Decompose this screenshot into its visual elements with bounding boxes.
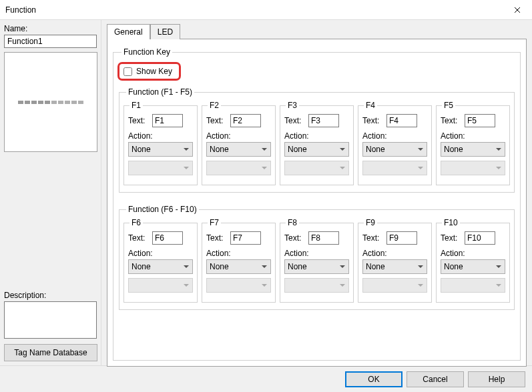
action-sub-combo-wrap (441, 278, 505, 293)
action-label: Action: (362, 249, 427, 258)
action-label: Action: (128, 131, 193, 141)
tabs: General LED (107, 24, 527, 39)
text-label: Text: (128, 116, 150, 125)
action-combo[interactable]: None (441, 259, 505, 274)
fkey-text-input[interactable] (152, 114, 183, 127)
text-label: Text: (441, 116, 462, 125)
fkey-f2: F2Text:Action:None (202, 101, 276, 185)
fkey-text-input[interactable] (230, 231, 261, 245)
action-combo[interactable]: None (284, 142, 349, 157)
fkey-text-input[interactable] (386, 114, 417, 127)
action-sub-combo (362, 278, 427, 293)
fkey-text-input[interactable] (230, 114, 261, 127)
action-label: Action: (284, 249, 349, 258)
fkey-text-input[interactable] (465, 114, 495, 127)
action-combo-wrap: None (206, 142, 271, 157)
action-combo[interactable]: None (128, 259, 193, 274)
text-label: Text: (362, 233, 384, 243)
left-panel: Name: Description: Tag Name Database (0, 20, 101, 365)
fkey-text-input[interactable] (308, 231, 339, 245)
name-input[interactable] (4, 35, 97, 48)
action-combo[interactable]: None (362, 259, 427, 274)
fkey-legend: F9 (364, 218, 377, 227)
action-combo[interactable]: None (284, 259, 349, 274)
fkey-legend: F6 (129, 218, 143, 227)
show-key-checkbox[interactable] (123, 67, 132, 76)
action-sub-combo (362, 161, 427, 175)
fkey-text-input[interactable] (152, 231, 183, 245)
action-label: Action: (441, 249, 505, 258)
function-key-group: Function Key Show Key Function (F1 - F5)… (113, 47, 521, 361)
text-label: Text: (441, 233, 462, 243)
fkey-legend: F4 (364, 101, 377, 110)
fkey-text-input[interactable] (308, 114, 339, 127)
action-sub-combo-wrap (284, 278, 349, 293)
close-button[interactable] (502, 0, 532, 19)
fkey-legend: F2 (208, 101, 221, 110)
action-sub-combo (284, 278, 349, 293)
window-title: Function (5, 5, 36, 15)
action-combo-wrap: None (284, 142, 349, 157)
tab-content-general: Function Key Show Key Function (F1 - F5)… (107, 39, 527, 367)
cancel-button[interactable]: Cancel (407, 371, 464, 387)
action-label: Action: (362, 131, 427, 141)
right-panel: General LED Function Key Show Key Functi… (101, 20, 532, 365)
fkey-legend: F8 (286, 218, 299, 227)
action-combo-wrap: None (362, 142, 427, 157)
fkey-text-input[interactable] (386, 231, 417, 245)
function-key-legend: Function Key (121, 47, 172, 57)
fkey-legend: F3 (286, 101, 299, 110)
show-key-highlight: Show Key (117, 62, 181, 81)
help-button[interactable]: Help (468, 371, 525, 387)
action-sub-combo-wrap (128, 161, 193, 175)
action-label: Action: (206, 249, 271, 258)
ok-button[interactable]: OK (345, 371, 403, 387)
action-label: Action: (284, 131, 349, 141)
text-label: Text: (206, 233, 228, 243)
action-combo[interactable]: None (128, 142, 193, 157)
action-combo-wrap: None (441, 259, 505, 274)
function-f1-f5-legend: Function (F1 - F5) (126, 87, 194, 97)
tab-general[interactable]: General (107, 24, 150, 39)
action-sub-combo (441, 278, 505, 293)
close-icon (514, 7, 521, 13)
fkey-text-input[interactable] (465, 231, 495, 245)
title-bar: Function (0, 0, 532, 20)
action-combo[interactable]: None (362, 142, 427, 157)
action-sub-combo (441, 161, 505, 175)
tab-led[interactable]: LED (150, 24, 180, 39)
text-label: Text: (284, 233, 306, 243)
text-label: Text: (128, 233, 150, 243)
text-label: Text: (206, 116, 228, 125)
fkey-legend: F7 (208, 218, 221, 227)
action-sub-combo (206, 161, 271, 175)
action-combo[interactable]: None (206, 142, 271, 157)
action-sub-combo-wrap (362, 278, 427, 293)
action-sub-combo-wrap (284, 161, 349, 175)
action-sub-combo-wrap (128, 278, 193, 293)
preview-bars (18, 101, 83, 104)
action-label: Action: (128, 249, 193, 258)
action-sub-combo (128, 278, 193, 293)
fkey-f4: F4Text:Action:None (358, 101, 432, 185)
fkey-f7: F7Text:Action:None (202, 218, 276, 303)
action-sub-combo (284, 161, 349, 175)
description-input[interactable] (4, 301, 97, 339)
action-combo-wrap: None (128, 259, 193, 274)
fkey-legend: F5 (442, 101, 455, 110)
function-f6-f10-group: Function (F6 - F10) F6Text:Action:NoneF7… (119, 205, 515, 310)
action-sub-combo-wrap (441, 161, 505, 175)
action-combo[interactable]: None (441, 142, 505, 157)
action-sub-combo-wrap (206, 278, 271, 293)
fkey-f5: F5Text:Action:None (436, 101, 510, 185)
fkey-legend: F1 (129, 101, 143, 110)
preview-box (4, 52, 97, 152)
action-combo-wrap: None (441, 142, 505, 157)
fkey-f1: F1Text:Action:None (123, 101, 198, 185)
action-sub-combo-wrap (362, 161, 427, 175)
tag-name-database-button[interactable]: Tag Name Database (4, 344, 97, 361)
fkey-f3: F3Text:Action:None (280, 101, 354, 185)
description-label: Description: (4, 291, 97, 300)
action-combo[interactable]: None (206, 259, 271, 274)
name-label: Name: (4, 24, 97, 33)
